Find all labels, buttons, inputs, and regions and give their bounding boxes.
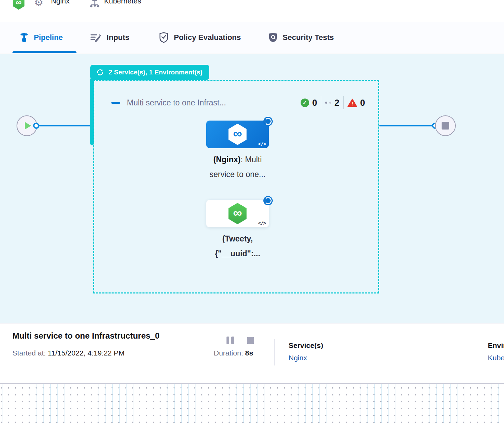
execution-title: Multi service to one Infrastructures_0 xyxy=(12,331,160,341)
stage-group-left-bar xyxy=(90,79,94,145)
node-label-nginx[interactable]: (Nginx): Multi service to one... xyxy=(203,152,272,182)
harness-logo-icon: ∞ xyxy=(12,0,25,10)
pipeline-execution-page: ∞ ⚙ Nginx Kubernetes xyxy=(0,0,504,423)
svg-text:!: ! xyxy=(351,101,353,106)
environment-context-label[interactable]: Kubernetes xyxy=(104,0,141,5)
tab-policy-evaluations[interactable]: Policy Evaluations xyxy=(159,32,241,43)
shield-scan-icon xyxy=(269,32,278,43)
start-connector-port xyxy=(33,123,39,129)
edge-stage-to-end xyxy=(379,125,434,126)
log-canvas-grid[interactable] xyxy=(0,383,504,423)
node-label-tweety[interactable]: (Tweety, {"__uuid":... xyxy=(196,231,279,261)
stage-title[interactable]: Multi service to one Infrast... xyxy=(127,98,301,107)
gear-icon: ⚙ xyxy=(34,0,43,8)
inputs-icon xyxy=(90,33,101,42)
active-tab-indicator xyxy=(12,51,77,53)
duration: Duration: 8s xyxy=(214,349,253,357)
harness-service-icon: ∞ xyxy=(228,203,247,224)
success-count: 0 xyxy=(312,97,317,108)
stage-header: Multi service to one Infrast... ✓ 0 2 ! xyxy=(111,94,365,112)
environments-value-link[interactable]: Kubernetes xyxy=(488,354,504,362)
stage-group-boundary xyxy=(93,80,379,293)
service-node-nginx[interactable]: ∞ </> xyxy=(206,121,269,148)
environments-label: Environment(s) xyxy=(488,341,504,350)
warning-icon: ! xyxy=(347,99,357,107)
failed-count: 0 xyxy=(360,97,365,108)
kubernetes-icon xyxy=(89,0,100,8)
started-at: Started at: 11/15/2022, 4:19:22 PM xyxy=(12,349,124,357)
footer-divider xyxy=(274,339,275,365)
play-icon xyxy=(25,122,31,130)
pause-button[interactable] xyxy=(226,337,234,344)
stage-status-counts: ✓ 0 2 ! 0 xyxy=(301,96,365,109)
code-icon: </> xyxy=(258,221,266,226)
loop-icon xyxy=(96,69,104,76)
tab-label: Security Tests xyxy=(283,33,334,42)
service-node-tweety[interactable]: ∞ </> xyxy=(206,200,269,227)
context-bar: ∞ ⚙ Nginx Kubernetes xyxy=(0,0,504,22)
success-icon: ✓ xyxy=(301,99,309,107)
shield-check-icon xyxy=(159,32,169,43)
stage-group-badge[interactable]: 2 Service(s), 1 Environment(s) xyxy=(90,65,209,80)
pipeline-canvas[interactable]: 2 Service(s), 1 Environment(s) Multi ser… xyxy=(0,54,504,323)
tab-pipeline[interactable]: Pipeline xyxy=(20,32,63,43)
tab-label: Inputs xyxy=(107,33,129,42)
edge-start-to-stage xyxy=(36,125,92,126)
services-label: Service(s) xyxy=(289,341,323,350)
stop-icon xyxy=(442,122,449,130)
stop-button[interactable] xyxy=(247,337,254,344)
service-context-label[interactable]: Nginx xyxy=(51,0,70,5)
pipeline-icon xyxy=(20,32,29,43)
running-spinner-icon xyxy=(263,117,273,126)
tab-bar: Pipeline Inputs xyxy=(0,22,504,53)
tab-label: Pipeline xyxy=(34,33,63,42)
tab-inputs[interactable]: Inputs xyxy=(90,33,129,42)
infinity-glyph: ∞ xyxy=(16,0,21,7)
tab-label: Policy Evaluations xyxy=(174,33,241,42)
services-value-link[interactable]: Nginx xyxy=(289,354,307,362)
collapse-icon[interactable] xyxy=(111,102,120,104)
stage-group-badge-label: 2 Service(s), 1 Environment(s) xyxy=(109,69,202,76)
running-icon xyxy=(325,102,331,104)
tab-security-tests[interactable]: Security Tests xyxy=(269,32,334,43)
running-spinner-icon xyxy=(263,196,273,205)
harness-service-icon: ∞ xyxy=(228,124,247,145)
code-icon: </> xyxy=(258,142,266,147)
execution-summary-bar: Multi service to one Infrastructures_0 S… xyxy=(0,323,504,383)
pipeline-end-node[interactable] xyxy=(435,115,456,136)
running-count: 2 xyxy=(334,97,339,108)
